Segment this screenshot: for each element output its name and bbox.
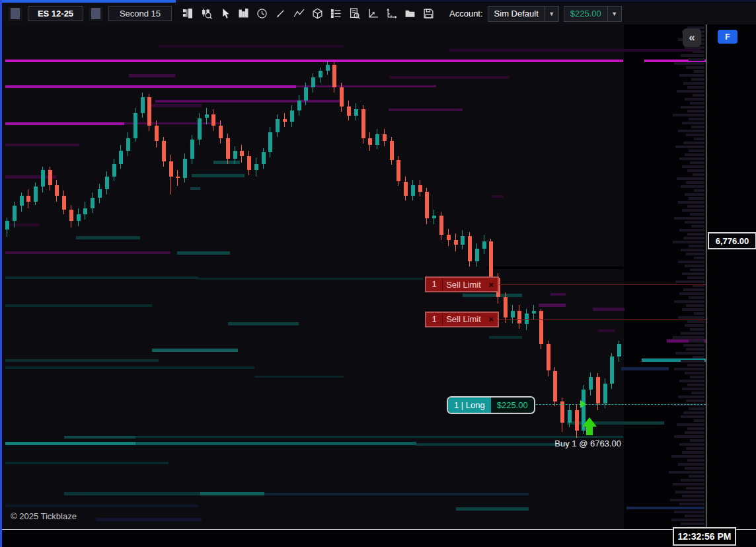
volume-profile-bar xyxy=(683,82,704,85)
price-axis[interactable] xyxy=(706,24,756,529)
pnl-dropdown[interactable]: $225.00 ▼ xyxy=(564,6,622,22)
volume-profile-bar xyxy=(683,142,704,144)
candle xyxy=(276,119,280,132)
candle xyxy=(397,160,400,182)
toolbar-chart-zoom-button[interactable] xyxy=(198,6,215,22)
toolbar-report-button[interactable] xyxy=(346,6,363,22)
candle xyxy=(447,235,451,240)
copyright-label: © 2025 Tickblaze xyxy=(11,511,77,521)
volume-profile-bar xyxy=(626,507,704,509)
volume-profile-bar xyxy=(681,523,704,525)
volume-profile-bar xyxy=(686,253,704,255)
heatmap-band xyxy=(177,251,230,255)
candle xyxy=(183,159,187,178)
volume-profile-bar xyxy=(671,455,704,458)
window-left-edge xyxy=(0,0,2,547)
volume-profile-bar xyxy=(683,288,704,291)
toolbar-lock-axis-button[interactable] xyxy=(383,6,400,22)
cancel-order-icon[interactable]: × xyxy=(484,280,498,290)
volume-profile-bar xyxy=(689,407,704,410)
candle xyxy=(62,196,66,210)
heatmap-band xyxy=(152,349,238,352)
toolbar-volume-profile-button[interactable] xyxy=(235,6,252,22)
time-axis[interactable] xyxy=(0,529,756,547)
position-pnl: $225.00 xyxy=(491,398,534,413)
symbol-flag-button[interactable]: F xyxy=(718,30,737,44)
candle xyxy=(190,140,194,159)
order-type-label: Sell Limit xyxy=(443,280,484,290)
volume-profile-bar xyxy=(693,50,704,53)
volume-profile-bar xyxy=(681,185,704,188)
toolbar-scale-axis-button[interactable] xyxy=(364,6,381,22)
objects-3d-icon xyxy=(312,8,323,19)
volume-profile-bar xyxy=(677,90,704,93)
toolbar-chart-style-button[interactable] xyxy=(179,6,196,22)
candle xyxy=(240,151,244,156)
heatmap-band xyxy=(5,60,623,62)
order-price-line xyxy=(499,319,706,320)
account-dropdown[interactable]: Sim Default ▼ xyxy=(488,6,559,22)
heatmap-band xyxy=(390,76,509,79)
candle xyxy=(326,65,330,71)
heatmap-band xyxy=(155,100,344,103)
candle xyxy=(511,311,515,317)
heatmap-band xyxy=(487,267,623,269)
timeframe-input[interactable]: Second 15 xyxy=(108,6,172,21)
volume-profile-bar xyxy=(691,126,704,128)
toolbar-watchlist-button[interactable] xyxy=(327,6,344,22)
candle xyxy=(425,192,429,218)
volume-profile-bar xyxy=(691,392,704,394)
volume-profile-bar xyxy=(689,475,704,478)
volume-profile-bar xyxy=(683,237,704,239)
symbol-input[interactable]: ES 12-25 xyxy=(28,6,83,21)
volume-profile-bar xyxy=(687,384,704,386)
toolbar-drawing-button[interactable] xyxy=(272,6,289,22)
volume-profile-bar xyxy=(689,149,704,152)
volume-profile-bar xyxy=(673,336,704,339)
candle xyxy=(55,185,59,195)
toolbar-objects-3d-button[interactable] xyxy=(309,6,326,22)
timeframe-link-color-button[interactable] xyxy=(88,6,104,22)
candle xyxy=(475,249,479,261)
volume-profile-bar xyxy=(679,74,704,77)
watchlist-icon xyxy=(330,8,342,19)
chevron-down-icon[interactable]: ▼ xyxy=(607,7,621,21)
sell-limit-order-widget[interactable]: 1Sell Limit× xyxy=(425,312,499,327)
volume-profile-bar xyxy=(679,380,704,382)
heatmap-band xyxy=(5,462,169,464)
toolbar-cursor-button[interactable] xyxy=(216,6,233,22)
candle xyxy=(198,118,202,140)
toolbar-polyline-button[interactable] xyxy=(290,6,307,22)
candle xyxy=(418,185,422,192)
volume-profile-bar xyxy=(689,197,704,200)
volume-profile-bar xyxy=(679,503,704,505)
toolbar-time-interval-button[interactable] xyxy=(253,6,270,22)
position-widget[interactable]: 1 | Long $225.00 xyxy=(447,396,535,414)
volume-profile-bar xyxy=(690,328,704,331)
candle xyxy=(290,110,294,122)
chevron-down-icon[interactable]: ▼ xyxy=(545,7,558,21)
toolbar-save-workspace-button[interactable] xyxy=(420,6,437,22)
volume-profile-bar xyxy=(674,300,704,303)
collapse-panel-button[interactable]: « xyxy=(683,28,701,47)
candle xyxy=(162,141,166,161)
volume-profile-bar xyxy=(690,269,704,271)
candle xyxy=(375,134,379,144)
volume-profile-bar xyxy=(687,459,704,462)
position-price-line xyxy=(533,404,706,405)
volume-profile-icon xyxy=(238,8,249,19)
volume-profile-bar xyxy=(690,213,704,216)
volume-profile-bar xyxy=(686,181,704,184)
volume-profile-bar xyxy=(691,78,704,81)
candle xyxy=(169,161,173,177)
symbol-link-color-button[interactable] xyxy=(7,6,23,22)
sell-limit-order-widget[interactable]: 1Sell Limit× xyxy=(425,276,499,292)
candle xyxy=(226,138,230,159)
toolbar-open-workspace-button[interactable] xyxy=(401,6,418,22)
heatmap-band xyxy=(5,304,152,307)
report-icon xyxy=(349,8,360,19)
volume-profile-bar xyxy=(693,94,704,97)
cancel-order-icon[interactable]: × xyxy=(484,314,498,324)
volume-profile-bar xyxy=(673,483,704,485)
volume-profile-bar xyxy=(681,106,704,108)
